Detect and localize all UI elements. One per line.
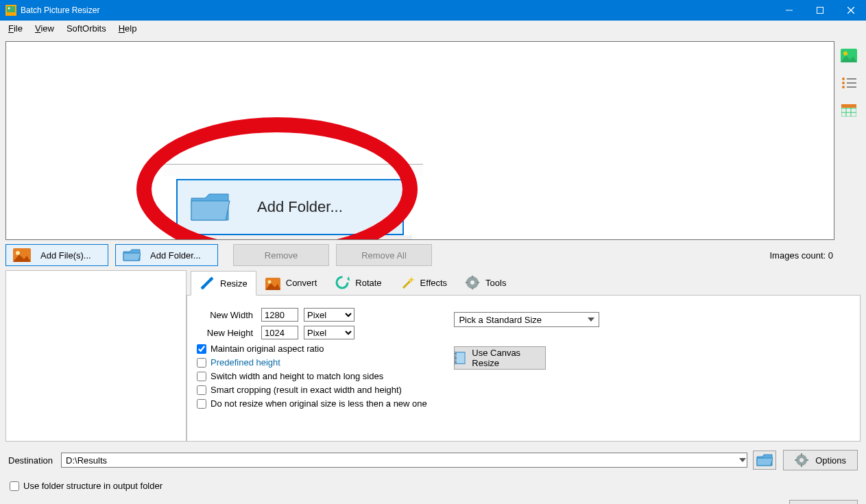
window-title: Batch Picture Resizer — [21, 5, 773, 15]
add-files-label: Add File(s)... — [40, 250, 91, 261]
menu-softorbits[interactable]: SoftOrbits — [61, 22, 112, 35]
window-close-button[interactable] — [835, 0, 866, 21]
annotation-ellipse — [136, 117, 418, 240]
folder-icon — [756, 454, 773, 466]
smart-crop-label: Smart cropping (result in exact width an… — [211, 385, 402, 395]
app-icon — [5, 5, 16, 16]
svg-point-13 — [842, 86, 845, 88]
browse-destination-button[interactable] — [753, 451, 776, 470]
svg-point-9 — [842, 77, 845, 80]
images-count-label: Images count: 0 — [770, 250, 834, 261]
remove-label: Remove — [265, 250, 298, 261]
svg-point-34 — [799, 458, 804, 462]
menu-bar: File View SoftOrbits Help — [0, 21, 866, 36]
side-toolbar — [840, 41, 861, 240]
tab-effects[interactable]: Effects — [391, 270, 457, 295]
switch-wh-checkbox[interactable] — [197, 372, 206, 381]
height-unit-select[interactable]: Pixel — [304, 326, 354, 339]
svg-rect-14 — [847, 86, 856, 88]
svg-rect-38 — [806, 459, 808, 461]
switch-wh-label: Switch width and height to match long si… — [211, 371, 383, 381]
view-list-button[interactable] — [840, 74, 858, 92]
canvas-resize-button[interactable]: Use Canvas Resize — [454, 346, 546, 370]
tab-tools[interactable]: Tools — [456, 270, 515, 295]
start-button[interactable]: Start — [789, 500, 858, 504]
new-width-label: New Width — [197, 310, 253, 320]
svg-rect-36 — [801, 464, 802, 467]
tab-resize[interactable]: Resize — [191, 271, 256, 296]
svg-rect-35 — [801, 453, 802, 456]
svg-rect-28 — [456, 352, 465, 364]
add-folder-button[interactable]: Add Folder... — [115, 244, 218, 266]
convert-icon — [265, 275, 280, 290]
svg-point-25 — [337, 277, 348, 288]
new-height-label: New Height — [197, 328, 253, 338]
svg-point-27 — [470, 280, 474, 285]
add-files-button[interactable]: Add File(s)... — [5, 244, 108, 266]
menu-file[interactable]: File — [3, 22, 28, 35]
predefined-height-checkbox[interactable] — [197, 358, 206, 368]
effects-icon — [400, 275, 415, 290]
window-minimize-button[interactable] — [773, 0, 804, 21]
folder-structure-checkbox[interactable] — [10, 481, 19, 491]
destination-label: Destination — [8, 455, 53, 466]
svg-point-24 — [267, 280, 271, 284]
width-unit-select[interactable]: Pixel — [304, 308, 354, 322]
predefined-height-label: Predefined height — [211, 357, 280, 368]
svg-rect-37 — [795, 459, 797, 461]
svg-rect-10 — [847, 78, 856, 80]
remove-all-button: Remove All — [336, 244, 432, 266]
destination-row: Destination Options — [0, 446, 866, 475]
svg-rect-1 — [7, 6, 15, 12]
view-image-button[interactable] — [840, 47, 858, 64]
file-actions-row: Add File(s)... Add Folder... Remove Remo… — [0, 240, 866, 270]
view-grid-button[interactable] — [840, 101, 858, 119]
window-maximize-button[interactable] — [804, 0, 835, 21]
aspect-ratio-checkbox[interactable] — [197, 344, 206, 354]
svg-point-2 — [8, 8, 10, 10]
options-button[interactable]: Options — [783, 450, 858, 470]
thumbnail-panel — [5, 270, 187, 442]
window-titlebar: Batch Picture Resizer — [0, 0, 866, 21]
menu-help[interactable]: Help — [113, 22, 143, 35]
chevron-down-icon — [588, 317, 594, 322]
remove-button: Remove — [233, 244, 329, 266]
add-folder-label: Add Folder... — [150, 250, 201, 261]
folder-icon — [123, 248, 141, 262]
tab-rotate[interactable]: Rotate — [326, 270, 390, 295]
tabs-bar: Resize Convert Rotate Effects Tools — [187, 270, 861, 295]
standard-size-combo[interactable]: Pick a Standard Size — [454, 312, 599, 327]
tools-icon — [465, 275, 480, 290]
menu-view[interactable]: View — [29, 22, 60, 35]
canvas-icon — [455, 350, 466, 365]
rotate-icon — [335, 275, 350, 290]
chevron-down-icon[interactable] — [739, 458, 746, 462]
image-icon — [13, 248, 31, 262]
smart-crop-checkbox[interactable] — [197, 385, 206, 395]
aspect-ratio-label: Maintain original aspect ratio — [211, 344, 324, 354]
destination-input[interactable] — [61, 453, 747, 468]
no-resize-label: Do not resize when original size is less… — [211, 398, 427, 409]
preview-area: Add Folder... — [5, 41, 834, 240]
no-resize-checkbox[interactable] — [197, 399, 206, 409]
svg-rect-12 — [847, 82, 856, 84]
tab-content-resize: New Width Pixel New Height Pixel Maintai… — [187, 295, 861, 442]
svg-rect-4 — [817, 8, 823, 14]
gear-icon — [795, 453, 808, 467]
new-height-input[interactable] — [261, 326, 298, 339]
folder-structure-label: Use folder structure in output folder — [23, 481, 163, 491]
tab-convert[interactable]: Convert — [256, 270, 326, 295]
svg-rect-20 — [841, 104, 856, 108]
svg-point-8 — [843, 51, 847, 56]
svg-point-11 — [842, 82, 845, 84]
resize-icon — [200, 276, 215, 291]
remove-all-label: Remove All — [361, 250, 407, 261]
new-width-input[interactable] — [261, 308, 298, 322]
